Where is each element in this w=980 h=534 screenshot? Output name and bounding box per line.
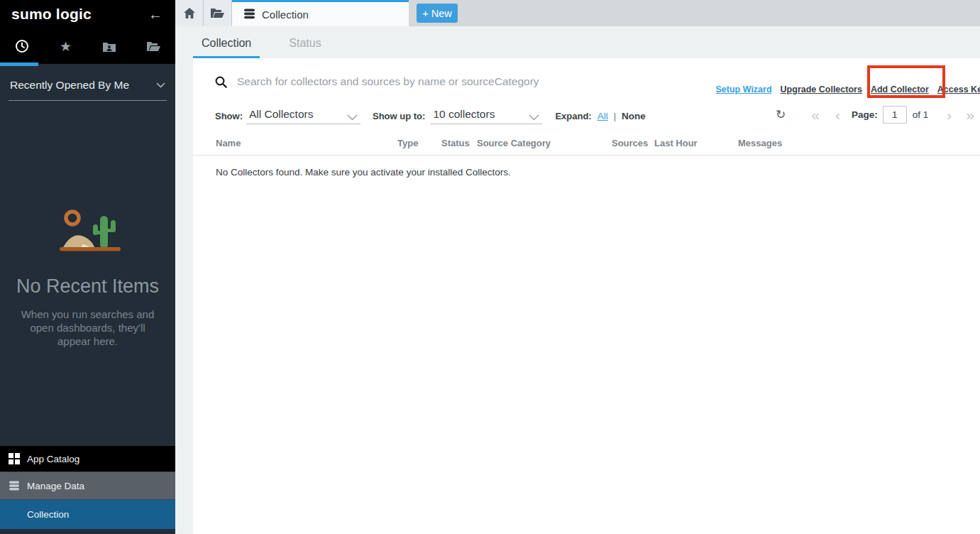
limit-dropdown[interactable]: 10 collectors	[430, 108, 542, 124]
sidebar-item-app-catalog[interactable]: App Catalog	[0, 446, 175, 472]
grid-icon	[9, 453, 27, 464]
next-page-icon[interactable]: ›	[947, 107, 952, 122]
chevron-down-icon	[156, 82, 165, 88]
collection-panel: Setup Wizard Upgrade Collectors Add Coll…	[193, 58, 980, 534]
expand-label: Expand:	[555, 111, 591, 121]
show-dropdown-value: All Collectors	[249, 108, 313, 121]
shared-content-tab[interactable]	[88, 28, 132, 64]
column-header-source-category[interactable]: Source Category	[477, 138, 612, 148]
shared-folder-icon	[103, 41, 116, 52]
desert-cactus-illustration	[55, 207, 121, 257]
clock-icon	[15, 39, 29, 53]
favorites-tab[interactable]: ★	[44, 28, 88, 64]
page-label: Page:	[852, 109, 878, 120]
collapse-sidebar-icon[interactable]: ←	[148, 7, 163, 21]
column-header-sources[interactable]: Sources	[612, 138, 654, 148]
no-recent-items-description: When you run searches and open dashboard…	[13, 307, 163, 348]
column-header-status[interactable]: Status	[441, 138, 477, 148]
main-area: Collection + New Collection Status Setup…	[175, 0, 980, 534]
sidebar-empty-state: No Recent Items When you run searches an…	[0, 207, 175, 348]
sumo-logic-logo: sumo logic	[11, 6, 92, 23]
separator: |	[614, 111, 616, 121]
toolbar-links: Setup Wizard Upgrade Collectors Add Coll…	[716, 85, 980, 94]
no-recent-items-title: No Recent Items	[0, 276, 175, 298]
last-page-icon[interactable]: »	[966, 107, 974, 122]
column-header-type[interactable]: Type	[397, 138, 441, 148]
top-tab-bar: Collection + New	[175, 0, 980, 26]
collectors-table-header: Name Type Status Source Category Sources…	[193, 138, 980, 156]
expand-all-link[interactable]: All	[598, 111, 608, 121]
new-button[interactable]: + New	[417, 4, 458, 23]
document-tab-label: Collection	[262, 9, 309, 21]
limit-dropdown-value: 10 collectors	[433, 108, 495, 121]
access-keys-link[interactable]: Access Keys	[937, 85, 980, 94]
sidebar-item-manage-data[interactable]: Manage Data	[0, 472, 175, 500]
tab-status[interactable]: Status	[280, 26, 329, 58]
upgrade-collectors-link[interactable]: Upgrade Collectors	[781, 85, 862, 94]
star-icon: ★	[60, 38, 72, 55]
sidebar-icon-tabs: ★	[0, 28, 175, 64]
sidebar-item-label: Collection	[27, 509, 69, 520]
chevron-down-icon	[347, 114, 358, 121]
library-button[interactable]	[204, 0, 232, 26]
sidebar-item-collection[interactable]: Collection	[0, 500, 175, 529]
recently-opened-label: Recently Opened By Me	[10, 79, 129, 92]
show-dropdown[interactable]: All Collectors	[246, 108, 360, 124]
add-collector-link[interactable]: Add Collector	[871, 85, 929, 94]
subtab-bar: Collection Status	[175, 26, 980, 58]
column-header-last-hour[interactable]: Last Hour	[654, 138, 738, 148]
collection-document-tab[interactable]: Collection	[232, 0, 409, 26]
show-label: Show:	[215, 111, 243, 121]
sidebar-header: sumo logic ←	[0, 0, 175, 28]
chevron-down-icon	[529, 114, 539, 121]
sidebar-item-label: Manage Data	[27, 481, 84, 491]
recent-tab[interactable]	[0, 28, 44, 64]
page-number-input[interactable]	[883, 106, 907, 124]
expand-controls: Expand: All | None	[555, 111, 645, 121]
pagination: ↻ « ‹ Page: of 1 › »	[776, 103, 974, 126]
search-icon	[215, 76, 227, 88]
column-header-messages[interactable]: Messages	[738, 138, 980, 148]
setup-wizard-link[interactable]: Setup Wizard	[716, 85, 772, 94]
tab-collection[interactable]: Collection	[193, 26, 260, 58]
show-up-to-label: Show up to:	[373, 111, 425, 121]
sidebar-bottom-menu: App Catalog Manage Data Collection	[0, 446, 175, 534]
empty-collectors-message: No Collectors found. Make sure you activ…	[193, 167, 980, 178]
prev-page-icon[interactable]: ‹	[835, 107, 840, 122]
refresh-icon[interactable]: ↻	[776, 107, 786, 122]
search-input[interactable]	[237, 75, 634, 88]
folder-icon	[211, 8, 224, 18]
home-icon	[184, 8, 195, 18]
library-tab[interactable]	[131, 28, 175, 64]
first-page-icon[interactable]: «	[811, 107, 820, 122]
home-button[interactable]	[175, 0, 204, 26]
sidebar: sumo logic ← ★ Recently Opened By Me	[0, 0, 175, 534]
recently-opened-selector[interactable]: Recently Opened By Me	[9, 64, 167, 101]
page-count-label: of 1	[913, 109, 929, 120]
sidebar-item-label: App Catalog	[27, 454, 79, 464]
search-row: Setup Wizard Upgrade Collectors Add Coll…	[193, 67, 980, 96]
expand-none-link[interactable]: None	[622, 111, 646, 121]
database-icon	[243, 9, 255, 20]
open-folder-icon	[147, 41, 160, 52]
database-icon	[9, 481, 27, 491]
column-header-name[interactable]: Name	[216, 138, 397, 148]
